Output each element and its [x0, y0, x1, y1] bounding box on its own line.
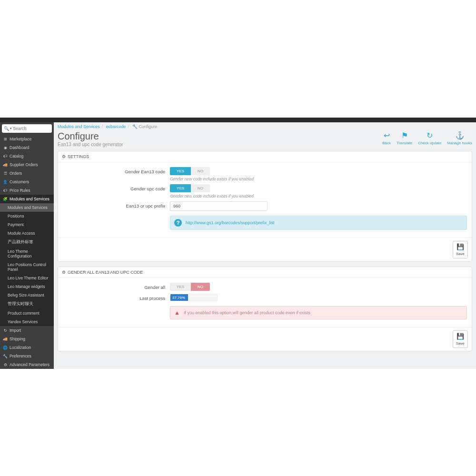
gender-ean13-toggle[interactable]: YES NO	[170, 167, 210, 175]
submenu-item[interactable]: Leo Manage widgets	[0, 282, 54, 291]
sidebar-item-label: Positions	[8, 214, 24, 218]
sidebar-item-orders[interactable]: ☰Orders	[0, 169, 54, 178]
sidebar-item-label: Localization	[10, 345, 31, 350]
user-icon: 👤	[3, 180, 8, 184]
toolbar-label: Check update	[418, 141, 441, 145]
top-bar	[0, 118, 476, 122]
sidebar-item-preferences[interactable]: 🔧Preferences	[0, 352, 54, 360]
globe-icon: 🌐	[3, 346, 8, 350]
save-label: Save	[456, 252, 465, 256]
toggle-no[interactable]: NO	[191, 184, 210, 192]
toolbar-label: Manage hooks	[447, 141, 472, 145]
sidebar-item-dashboard[interactable]: ◉Dashboard	[0, 143, 54, 152]
sidebar-item-label: Supplier Orders	[10, 162, 38, 167]
toggle-yes[interactable]: YES	[170, 184, 191, 192]
submenu-item[interactable]: Leo Theme Configuration	[0, 247, 54, 260]
submenu-item[interactable]: Product comment	[0, 309, 54, 317]
sidebar-item-modules[interactable]: 🧩Modules and Services	[0, 195, 54, 203]
chevron-down-icon: ▾	[10, 127, 12, 130]
prefix-input[interactable]	[170, 201, 268, 211]
sidebar-item-label: Customers	[10, 179, 29, 184]
main-content: Modules and Services/ ecbarcode/ 🔧 Confi…	[54, 122, 476, 369]
save-icon: 💾	[456, 333, 465, 340]
sidebar-item-supplier-orders[interactable]: 🚚Supplier Orders	[0, 160, 54, 169]
prefix-list-link[interactable]: http://www.gs1.org/barcodes/support/pref…	[186, 220, 275, 225]
submenu-item[interactable]: 管理实时聊天	[0, 299, 54, 309]
sidebar-item-label: Import	[10, 328, 21, 333]
back-button[interactable]: ↩Back	[382, 131, 391, 145]
help-text: Gender new code include exists if you en…	[170, 177, 467, 181]
sidebar-submenu: Modules and Services Positions Payment M…	[0, 203, 54, 326]
sidebar-item-label: 管理实时聊天	[8, 301, 33, 307]
toggle-no[interactable]: NO	[191, 283, 210, 291]
sidebar-item-label: Marketplace	[10, 137, 31, 141]
truck-icon: 🚚	[3, 337, 8, 341]
search-wrapper[interactable]: 🔍 ▾	[2, 124, 52, 133]
save-icon: 💾	[456, 243, 465, 250]
sidebar-item-catalog[interactable]: 🏷Catalog	[0, 152, 54, 160]
submenu-item[interactable]: Payment	[0, 220, 54, 229]
submenu-item[interactable]: Belvg Size Assistant	[0, 291, 54, 299]
sidebar-item-label: Advanced Parameters	[10, 362, 50, 367]
submenu-item[interactable]: Module Access	[0, 229, 54, 238]
breadcrumb: Modules and Services/ ecbarcode/ 🔧 Confi…	[58, 122, 472, 131]
gear-icon: ⚙	[62, 154, 66, 159]
sidebar-item-label: Catalog	[10, 154, 23, 159]
refresh-icon: ↻	[418, 131, 441, 140]
sidebar-item-marketplace[interactable]: ⊞Marketplace	[0, 135, 54, 143]
sidebar-item-label: Orders	[10, 171, 22, 176]
panel-heading: ⚙SETTINGS	[58, 151, 472, 162]
progress-bar: 37.76%	[170, 294, 218, 301]
search-icon: 🔍	[4, 126, 9, 131]
toggle-no[interactable]: NO	[191, 167, 210, 175]
sidebar-item-advanced[interactable]: ⚙Advanced Parameters	[0, 360, 54, 369]
sidebar-item-shipping[interactable]: 🚚Shipping	[0, 335, 54, 343]
info-alert: ? http://www.gs1.org/barcodes/support/pr…	[170, 216, 467, 230]
sidebar-item-label: Product comment	[8, 311, 40, 316]
sidebar-item-import[interactable]: ↻Import	[0, 326, 54, 335]
save-button[interactable]: 💾 Save	[453, 241, 468, 258]
panel-title: GENDER ALL EAN13 AND UPC CODE	[68, 270, 143, 275]
search-input[interactable]	[13, 126, 50, 131]
sidebar-item-customers[interactable]: 👤Customers	[0, 178, 54, 186]
submenu-item[interactable]: Modules and Services	[0, 203, 54, 212]
breadcrumb-link[interactable]: ecbarcode	[106, 124, 126, 129]
toggle-yes[interactable]: YES	[170, 167, 191, 175]
warning-text: If you enabled this option,will gender a…	[184, 310, 310, 315]
submenu-item[interactable]: Yandex Services	[0, 317, 54, 326]
submenu-item[interactable]: Leo Positions Control Panel	[0, 260, 54, 274]
sidebar-item-label: Yandex Services	[8, 319, 38, 324]
gender-all-toggle[interactable]: YES NO	[170, 283, 210, 291]
field-label: Gender upc code	[63, 184, 170, 191]
toggle-yes[interactable]: YES	[170, 283, 191, 291]
progress-fill: 37.76%	[170, 294, 188, 301]
gear-icon: ⚙	[62, 270, 66, 275]
save-button[interactable]: 💾 Save	[453, 330, 468, 348]
panel-heading: ⚙GENDER ALL EAN13 AND UPC CODE	[58, 267, 472, 278]
grid-icon: ⊞	[3, 137, 8, 141]
sidebar-item-label: Module Access	[8, 231, 35, 236]
gender-upc-toggle[interactable]: YES NO	[170, 184, 210, 192]
sidebar-item-label: Preferences	[10, 354, 31, 358]
submenu-item[interactable]: Leo Live Theme Editor	[0, 274, 54, 282]
sidebar-item-label: Leo Positions Control Panel	[8, 262, 51, 272]
submenu-item[interactable]: Positions	[0, 212, 54, 220]
check-update-button[interactable]: ↻Check update	[418, 131, 441, 145]
breadcrumb-link[interactable]: Modules and Services	[58, 124, 100, 129]
sidebar-item-label: Dashboard	[10, 145, 30, 150]
sidebar-item-price-rules[interactable]: 🏷Price Rules	[0, 186, 54, 195]
wrench-icon: 🔧	[132, 124, 138, 129]
flag-icon: ⚑	[397, 131, 412, 140]
sidebar-item-label: Modules and Services	[8, 205, 48, 210]
sidebar-item-localization[interactable]: 🌐Localization	[0, 343, 54, 352]
anchor-icon: ⚓	[447, 131, 472, 140]
sidebar-item-label: Modules and Services	[10, 197, 50, 201]
manage-hooks-button[interactable]: ⚓Manage hooks	[447, 131, 472, 145]
tag-icon: 🏷	[3, 188, 8, 193]
warning-icon: ▲	[174, 309, 180, 316]
field-label: Gender Ean13 code	[63, 167, 170, 174]
settings-panel: ⚙SETTINGS Gender Ean13 code YES NO Gende…	[58, 151, 472, 262]
gear-icon: ⚙	[3, 363, 8, 367]
submenu-item[interactable]: 产品额外标签	[0, 238, 54, 247]
translate-button[interactable]: ⚑Translate	[397, 131, 412, 145]
